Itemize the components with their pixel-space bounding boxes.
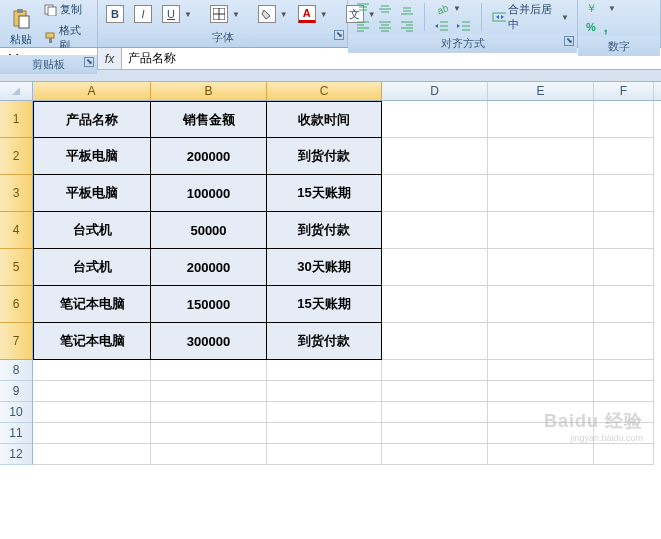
cell[interactable]: 到货付款 <box>267 212 382 249</box>
align-left-button[interactable] <box>352 18 374 34</box>
copy-button[interactable]: 复制 <box>40 0 93 19</box>
cell[interactable] <box>594 249 654 286</box>
fill-color-button[interactable]: ▼ <box>254 3 292 25</box>
row-header[interactable]: 2 <box>0 138 33 175</box>
col-header-b[interactable]: B <box>151 82 267 100</box>
orientation-button[interactable]: ab▼ <box>431 1 465 17</box>
cell[interactable] <box>33 381 151 402</box>
decrease-indent-button[interactable] <box>431 18 453 34</box>
increase-indent-button[interactable] <box>453 18 475 34</box>
paste-button[interactable]: 粘贴 <box>4 6 38 49</box>
comma-button[interactable]: , <box>600 17 612 37</box>
cell[interactable] <box>488 101 594 138</box>
cell[interactable] <box>382 249 488 286</box>
cell[interactable]: 台式机 <box>33 249 151 286</box>
cell[interactable]: 笔记本电脑 <box>33 323 151 360</box>
cell[interactable]: 平板电脑 <box>33 175 151 212</box>
cell[interactable] <box>488 360 594 381</box>
cell[interactable] <box>382 323 488 360</box>
cell[interactable]: 200000 <box>151 249 267 286</box>
row-header[interactable]: 3 <box>0 175 33 212</box>
cell[interactable] <box>594 360 654 381</box>
cell[interactable] <box>267 423 382 444</box>
cell[interactable] <box>151 381 267 402</box>
cell[interactable] <box>488 138 594 175</box>
cell[interactable] <box>594 212 654 249</box>
cell[interactable] <box>267 444 382 465</box>
select-all-corner[interactable] <box>0 82 33 100</box>
col-header-a[interactable]: A <box>33 82 151 100</box>
cell[interactable] <box>594 381 654 402</box>
row-header[interactable]: 10 <box>0 402 33 423</box>
cell[interactable] <box>151 402 267 423</box>
number-format-button[interactable]: ￥▼ <box>582 0 620 16</box>
align-bottom-button[interactable] <box>396 1 418 17</box>
cell[interactable]: 收款时间 <box>267 101 382 138</box>
row-header[interactable]: 1 <box>0 101 33 138</box>
row-header[interactable]: 8 <box>0 360 33 381</box>
cell[interactable] <box>594 138 654 175</box>
cell[interactable] <box>594 286 654 323</box>
cell[interactable] <box>594 402 654 423</box>
cell[interactable] <box>267 360 382 381</box>
fx-button[interactable]: fx <box>98 48 122 69</box>
cell[interactable] <box>594 323 654 360</box>
cell[interactable] <box>382 138 488 175</box>
cell[interactable] <box>488 175 594 212</box>
cell[interactable] <box>488 286 594 323</box>
cell[interactable]: 300000 <box>151 323 267 360</box>
cell[interactable] <box>267 402 382 423</box>
clipboard-launcher-icon[interactable]: ⬊ <box>84 57 94 67</box>
cell[interactable] <box>488 381 594 402</box>
cell[interactable]: 15天账期 <box>267 286 382 323</box>
cell[interactable] <box>594 423 654 444</box>
cell[interactable]: 30天账期 <box>267 249 382 286</box>
cell[interactable]: 产品名称 <box>33 101 151 138</box>
cell[interactable] <box>488 212 594 249</box>
font-launcher-icon[interactable]: ⬊ <box>334 30 344 40</box>
col-header-e[interactable]: E <box>488 82 594 100</box>
cell[interactable] <box>382 175 488 212</box>
cell[interactable] <box>382 212 488 249</box>
row-header[interactable]: 9 <box>0 381 33 402</box>
row-header[interactable]: 5 <box>0 249 33 286</box>
cell[interactable] <box>382 444 488 465</box>
align-center-button[interactable] <box>374 18 396 34</box>
bold-button[interactable]: B <box>102 3 128 25</box>
cell[interactable] <box>488 249 594 286</box>
row-header[interactable]: 6 <box>0 286 33 323</box>
italic-button[interactable]: I <box>130 3 156 25</box>
align-top-button[interactable] <box>352 1 374 17</box>
cell[interactable]: 笔记本电脑 <box>33 286 151 323</box>
cell[interactable] <box>151 360 267 381</box>
cell[interactable]: 200000 <box>151 138 267 175</box>
cell[interactable] <box>382 402 488 423</box>
cell[interactable] <box>33 444 151 465</box>
percent-button[interactable]: % <box>582 17 600 37</box>
cell[interactable]: 150000 <box>151 286 267 323</box>
col-header-c[interactable]: C <box>267 82 382 100</box>
alignment-launcher-icon[interactable]: ⬊ <box>564 36 574 46</box>
cell[interactable]: 平板电脑 <box>33 138 151 175</box>
cell[interactable] <box>151 423 267 444</box>
cell[interactable]: 销售金额 <box>151 101 267 138</box>
cell[interactable] <box>33 402 151 423</box>
cell[interactable] <box>594 101 654 138</box>
cell[interactable]: 50000 <box>151 212 267 249</box>
cell[interactable] <box>382 423 488 444</box>
row-header[interactable]: 7 <box>0 323 33 360</box>
cell[interactable] <box>488 423 594 444</box>
cell[interactable] <box>488 402 594 423</box>
font-color-button[interactable]: A▼ <box>294 3 332 25</box>
cell[interactable] <box>594 175 654 212</box>
row-header[interactable]: 4 <box>0 212 33 249</box>
row-header[interactable]: 12 <box>0 444 33 465</box>
cell[interactable]: 到货付款 <box>267 138 382 175</box>
col-header-f[interactable]: F <box>594 82 654 100</box>
cell[interactable] <box>382 381 488 402</box>
cell[interactable] <box>382 286 488 323</box>
cell[interactable]: 到货付款 <box>267 323 382 360</box>
align-right-button[interactable] <box>396 18 418 34</box>
cell[interactable] <box>382 101 488 138</box>
underline-button[interactable]: U▼ <box>158 3 196 25</box>
